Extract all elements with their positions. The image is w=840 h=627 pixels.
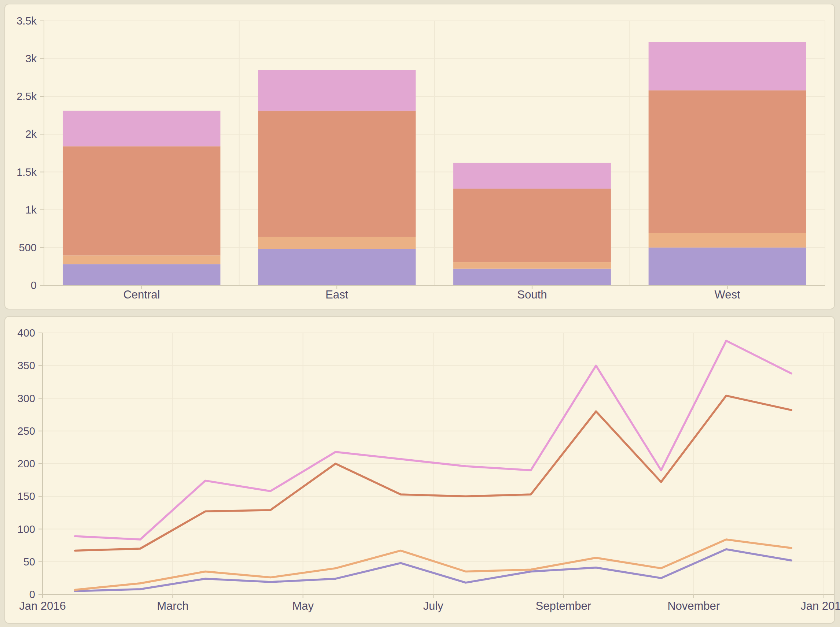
bar-segment-segment-pink-east[interactable] bbox=[258, 70, 415, 110]
y-axis-tick-label: 150 bbox=[17, 490, 35, 502]
bar-segment-segment-purple-west[interactable] bbox=[649, 247, 806, 285]
y-axis-tick-label: 0 bbox=[31, 279, 37, 291]
bar-segment-segment-pink-central[interactable] bbox=[63, 110, 220, 146]
y-axis-tick-label: 2.5k bbox=[16, 90, 37, 102]
x-axis-tick-label: May bbox=[292, 600, 314, 612]
dashboard: { "page": { "background_color": "#E8E3D1… bbox=[0, 0, 840, 627]
bar-segment-segment-pink-south[interactable] bbox=[453, 163, 611, 189]
bar-segment-segment-salmon-south[interactable] bbox=[453, 189, 611, 262]
category-label-west: West bbox=[715, 288, 740, 301]
y-axis-tick-label: 3.5k bbox=[16, 15, 37, 27]
y-axis-tick-label: 200 bbox=[17, 458, 35, 469]
y-axis-tick-label: 3k bbox=[25, 53, 37, 65]
bar-segment-segment-purple-east[interactable] bbox=[258, 249, 415, 285]
line-chart-card: 050100150200250300350400Jan 2016MarchMay… bbox=[5, 316, 835, 624]
bar-segment-segment-salmon-west[interactable] bbox=[649, 90, 806, 233]
bar-segment-segment-tan-central[interactable] bbox=[63, 256, 220, 265]
bar-segment-segment-pink-west[interactable] bbox=[649, 42, 806, 90]
stacked-bar-chart-card: 05001k1.5k2k2.5k3k3.5kCentralEastSouthWe… bbox=[5, 4, 835, 309]
y-axis-tick-label: 1.5k bbox=[16, 166, 37, 178]
y-axis-tick-label: 2k bbox=[25, 128, 37, 140]
line-chart: 050100150200250300350400Jan 2016MarchMay… bbox=[5, 317, 840, 624]
stacked-bar-chart: 05001k1.5k2k2.5k3k3.5kCentralEastSouthWe… bbox=[5, 5, 835, 310]
y-axis-tick-label: 0 bbox=[29, 589, 35, 600]
x-axis-tick-label: Jan 2016 bbox=[19, 600, 66, 612]
x-axis-tick-label: July bbox=[423, 600, 444, 612]
bar-segment-segment-purple-south[interactable] bbox=[453, 269, 611, 285]
category-label-east: East bbox=[325, 288, 348, 301]
y-axis-tick-label: 1k bbox=[25, 204, 37, 216]
bar-segment-segment-salmon-central[interactable] bbox=[63, 146, 220, 255]
y-axis-tick-label: 350 bbox=[17, 360, 35, 371]
y-axis-tick-label: 250 bbox=[17, 425, 35, 437]
category-label-central: Central bbox=[123, 288, 160, 301]
y-axis-tick-label: 400 bbox=[17, 327, 35, 339]
x-axis-tick-label: September bbox=[536, 600, 592, 612]
bar-segment-segment-salmon-east[interactable] bbox=[258, 110, 415, 236]
bar-segment-segment-purple-central[interactable] bbox=[63, 264, 220, 285]
bar-segment-segment-tan-west[interactable] bbox=[649, 233, 806, 247]
x-axis-tick-label: November bbox=[667, 600, 720, 612]
x-axis-tick-label: March bbox=[157, 600, 188, 612]
category-label-south: South bbox=[517, 288, 547, 301]
y-axis-tick-label: 50 bbox=[24, 556, 35, 568]
bar-segment-segment-tan-east[interactable] bbox=[258, 237, 415, 249]
y-axis-tick-label: 100 bbox=[17, 523, 35, 535]
bar-segment-segment-tan-south[interactable] bbox=[453, 262, 611, 269]
y-axis-tick-label: 500 bbox=[19, 242, 37, 254]
y-axis-tick-label: 300 bbox=[17, 392, 35, 404]
x-axis-tick-label: Jan 2017 bbox=[801, 600, 840, 612]
